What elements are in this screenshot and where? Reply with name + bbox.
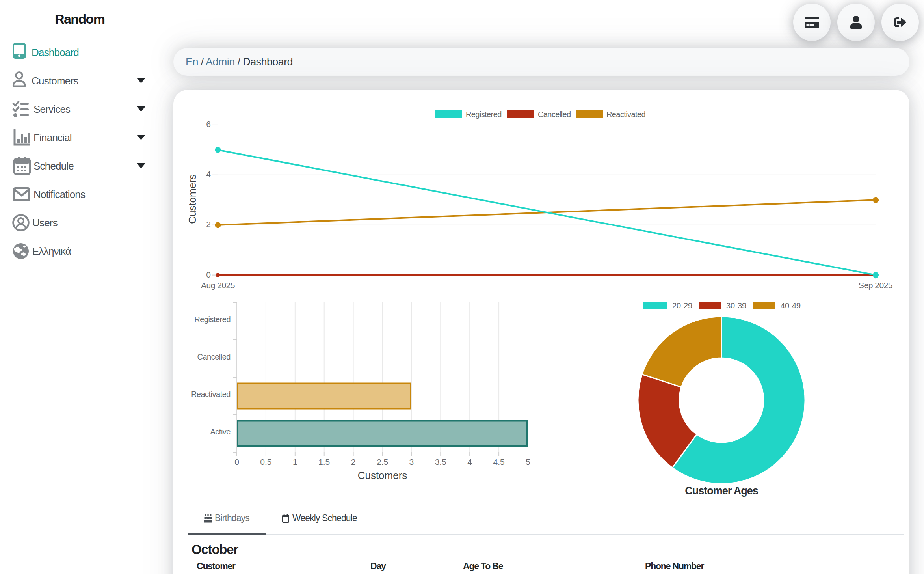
svg-text:Customer Ages: Customer Ages bbox=[685, 485, 758, 497]
svg-text:30-39: 30-39 bbox=[726, 301, 746, 310]
svg-text:2: 2 bbox=[351, 457, 356, 466]
svg-text:Reactivated: Reactivated bbox=[191, 390, 231, 399]
svg-text:6: 6 bbox=[206, 119, 211, 129]
svg-text:0: 0 bbox=[234, 457, 239, 466]
svg-text:0: 0 bbox=[206, 270, 211, 279]
svg-text:Active: Active bbox=[210, 427, 231, 436]
svg-text:1: 1 bbox=[293, 457, 297, 466]
svg-text:Cancelled: Cancelled bbox=[197, 352, 231, 361]
svg-text:4: 4 bbox=[467, 457, 472, 466]
svg-text:Registered: Registered bbox=[466, 110, 502, 119]
svg-text:Sep 2025: Sep 2025 bbox=[859, 281, 892, 290]
svg-text:1.5: 1.5 bbox=[318, 457, 330, 466]
svg-text:Customers: Customers bbox=[358, 470, 407, 481]
svg-text:Customers: Customers bbox=[186, 174, 198, 224]
svg-text:Cancelled: Cancelled bbox=[538, 110, 571, 119]
svg-text:20-29: 20-29 bbox=[672, 301, 692, 310]
svg-text:Reactivated: Reactivated bbox=[606, 110, 645, 119]
svg-text:2.5: 2.5 bbox=[377, 457, 388, 466]
svg-text:40-49: 40-49 bbox=[781, 301, 801, 310]
svg-text:5: 5 bbox=[526, 457, 530, 466]
svg-text:4.5: 4.5 bbox=[493, 457, 504, 466]
svg-text:4: 4 bbox=[206, 170, 211, 179]
svg-text:0.5: 0.5 bbox=[260, 457, 271, 466]
svg-text:3.5: 3.5 bbox=[435, 457, 446, 466]
svg-text:Aug 2025: Aug 2025 bbox=[201, 281, 235, 290]
svg-text:Registered: Registered bbox=[194, 315, 231, 324]
svg-text:2: 2 bbox=[206, 220, 211, 229]
svg-text:3: 3 bbox=[409, 457, 414, 466]
